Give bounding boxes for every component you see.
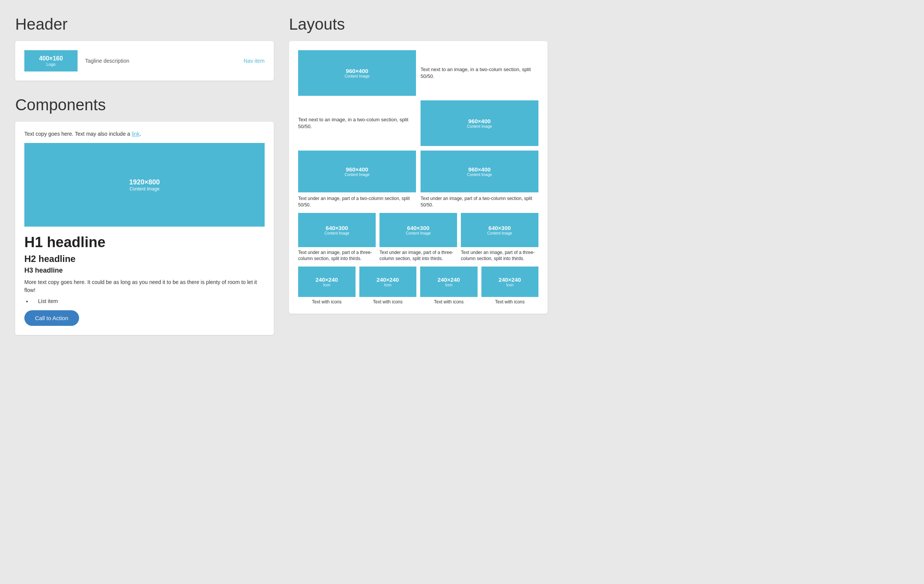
layout-text-2: Text next to an image, in a two-colum se… bbox=[298, 116, 416, 130]
layout-text-1: Text next to an image, in a two-colum se… bbox=[421, 66, 538, 80]
icon2-label: Icon bbox=[384, 283, 391, 287]
img2-size: 960×400 bbox=[469, 118, 491, 124]
layout-icon-1: 240×240 Icon bbox=[298, 267, 356, 297]
layout-image-3b: 960×400 Content Image bbox=[421, 150, 538, 192]
layout-col-4-3: 640×300 Content Image Text under an imag… bbox=[461, 213, 538, 262]
icon4-size: 240×240 bbox=[498, 276, 521, 283]
layout-col-3-right: 960×400 Content Image Text under an imag… bbox=[421, 150, 538, 208]
logo-label: Logo bbox=[46, 62, 56, 66]
layout-row-3: 960×400 Content Image Text under an imag… bbox=[298, 150, 538, 208]
layout-text-4a: Text under an image, part of a three-col… bbox=[298, 249, 376, 262]
icon1-label: Icon bbox=[323, 283, 330, 287]
layout-text-3a: Text under an image, part of a two-colum… bbox=[298, 195, 416, 208]
layout-col-4-1: 640×300 Content Image Text under an imag… bbox=[298, 213, 376, 262]
layout-row-5: 240×240 Icon Text with icons 240×240 Ico… bbox=[298, 267, 538, 305]
img4a-size: 640×300 bbox=[326, 225, 348, 231]
layout-col-5-1: 240×240 Icon Text with icons bbox=[298, 267, 356, 305]
layout-icon-2: 240×240 Icon bbox=[359, 267, 417, 297]
img1-size: 960×400 bbox=[346, 68, 368, 74]
img4b-label: Content Image bbox=[406, 231, 431, 235]
icon4-label: Icon bbox=[506, 283, 513, 287]
icon1-size: 240×240 bbox=[315, 276, 338, 283]
layout-text-4b: Text under an image, part of a three-col… bbox=[380, 249, 457, 262]
icon-text-2: Text with icons bbox=[359, 299, 417, 305]
layout-col-5-4: 240×240 Icon Text with icons bbox=[482, 267, 539, 305]
icon-text-4: Text with icons bbox=[482, 299, 539, 305]
main-content-image: 1920×800 Content Image bbox=[24, 143, 265, 227]
layouts-section-title: Layouts bbox=[289, 15, 548, 33]
icon2-size: 240×240 bbox=[376, 276, 399, 283]
layout-image-4a: 640×300 Content Image bbox=[298, 213, 376, 247]
cta-button[interactable]: Call to Action bbox=[24, 310, 79, 326]
list-item: List item bbox=[32, 298, 265, 304]
icon-text-1: Text with icons bbox=[298, 299, 356, 305]
layout-icon-3: 240×240 Icon bbox=[420, 267, 478, 297]
main-image-size: 1920×800 bbox=[129, 178, 160, 186]
components-section-title: Components bbox=[15, 96, 274, 114]
header-card: 400×160 Logo Tagline description Nav ite… bbox=[15, 41, 274, 81]
layout-text-4c: Text under an image, part of a three-col… bbox=[461, 249, 538, 262]
layout-image-1: 960×400 Content Image bbox=[298, 50, 416, 96]
layout-row-1: 960×400 Content Image Text next to an im… bbox=[298, 50, 538, 96]
layout-row-2: Text next to an image, in a two-colum se… bbox=[298, 101, 538, 146]
h3-headline: H3 headline bbox=[24, 267, 265, 274]
main-image-label: Content Image bbox=[130, 186, 160, 191]
img4a-label: Content Image bbox=[324, 231, 350, 235]
layout-col-3-left: 960×400 Content Image Text under an imag… bbox=[298, 150, 416, 208]
components-card: Text copy goes here. Text may also inclu… bbox=[15, 122, 274, 335]
header-section-title: Header bbox=[15, 15, 274, 33]
logo-size: 400×160 bbox=[39, 55, 63, 62]
layout-row-4: 640×300 Content Image Text under an imag… bbox=[298, 213, 538, 262]
layout-col-5-3: 240×240 Icon Text with icons bbox=[420, 267, 478, 305]
header-left: 400×160 Logo Tagline description bbox=[24, 50, 129, 71]
right-column: Layouts 960×400 Content Image Text next … bbox=[289, 15, 548, 335]
left-column: Header 400×160 Logo Tagline description … bbox=[15, 15, 274, 335]
icon3-label: Icon bbox=[445, 283, 452, 287]
img4b-size: 640×300 bbox=[407, 225, 430, 231]
layout-image-4b: 640×300 Content Image bbox=[380, 213, 457, 247]
layouts-card: 960×400 Content Image Text next to an im… bbox=[289, 41, 548, 313]
layout-icon-4: 240×240 Icon bbox=[482, 267, 539, 297]
layout-image-2: 960×400 Content Image bbox=[421, 101, 538, 146]
img3b-size: 960×400 bbox=[469, 166, 491, 173]
img4c-size: 640×300 bbox=[488, 225, 511, 231]
icon-text-3: Text with icons bbox=[420, 299, 478, 305]
nav-item-link[interactable]: Nav item bbox=[244, 58, 265, 64]
img4c-label: Content Image bbox=[487, 231, 512, 235]
img3b-label: Content Image bbox=[467, 173, 492, 177]
tagline-text: Tagline description bbox=[85, 58, 129, 64]
layout-col-4-2: 640×300 Content Image Text under an imag… bbox=[380, 213, 457, 262]
layout-image-4c: 640×300 Content Image bbox=[461, 213, 538, 247]
img1-label: Content Image bbox=[345, 74, 370, 78]
h1-headline: H1 headline bbox=[24, 234, 265, 251]
body-text: More text copy goes here. It could be as… bbox=[24, 278, 265, 294]
icon3-size: 240×240 bbox=[438, 276, 460, 283]
layout-text-3b: Text under an image, part of a two-colum… bbox=[421, 195, 538, 208]
inline-link[interactable]: link bbox=[132, 131, 140, 137]
main-grid: Header 400×160 Logo Tagline description … bbox=[15, 15, 548, 335]
layout-col-5-2: 240×240 Icon Text with icons bbox=[359, 267, 417, 305]
layout-image-3a: 960×400 Content Image bbox=[298, 150, 416, 192]
img2-label: Content Image bbox=[467, 124, 492, 129]
logo-placeholder: 400×160 Logo bbox=[24, 50, 78, 71]
h2-headline: H2 headline bbox=[24, 254, 265, 264]
text-copy-intro: Text copy goes here. Text may also inclu… bbox=[24, 131, 265, 137]
img3a-size: 960×400 bbox=[346, 166, 368, 173]
img3a-label: Content Image bbox=[345, 173, 370, 177]
